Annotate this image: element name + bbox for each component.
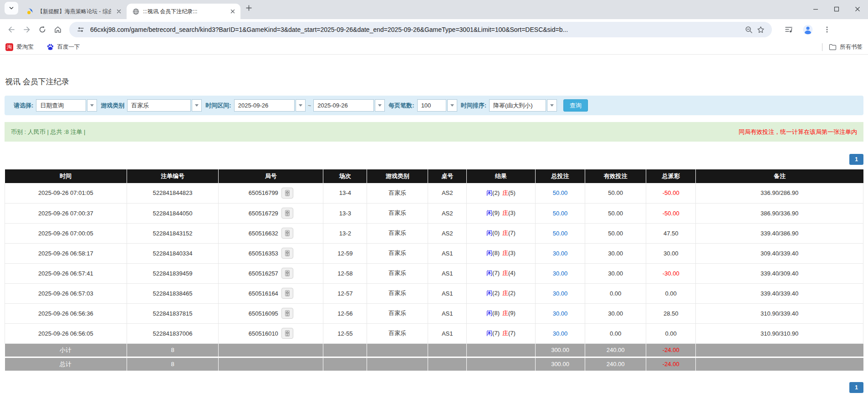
bookmark-star-icon[interactable] (755, 24, 766, 36)
cell-total-bet[interactable]: 30.00 (535, 323, 585, 343)
tab-forum[interactable]: 【新提醒】海燕策略论坛 - 综合 (21, 4, 127, 19)
page-1-button[interactable]: 1 (849, 154, 863, 165)
close-tab-icon[interactable] (229, 7, 237, 15)
cell-total-bet[interactable]: 30.00 (535, 303, 585, 323)
cell-round: 650516729 (219, 203, 323, 223)
search-button[interactable]: 查询 (563, 99, 588, 112)
tab-search-button[interactable] (5, 2, 18, 15)
reload-button[interactable] (35, 22, 50, 37)
video-replay-icon[interactable] (281, 268, 293, 279)
back-button[interactable] (4, 22, 19, 37)
cell-time: 2025-09-26 06:58:17 (5, 243, 127, 263)
cell-round: 650516095 (219, 303, 323, 323)
total-valid-bet: 240.00 (585, 357, 646, 371)
result-banker-points: (4) (508, 270, 516, 276)
all-bookmarks-button[interactable]: 所有书签 (829, 43, 863, 51)
video-replay-icon[interactable] (281, 248, 293, 259)
cell-bet-number: 522841837006 (127, 323, 219, 343)
per-page-arrow[interactable] (447, 99, 457, 112)
video-replay-icon[interactable] (281, 328, 293, 339)
close-window-button[interactable] (847, 0, 868, 18)
globe-icon (132, 8, 139, 15)
result-banker-points: (2) (508, 290, 516, 296)
round-number: 650516010 (249, 330, 278, 337)
result-player: 闲 (486, 250, 492, 256)
query-type-select[interactable]: 日期查询 (36, 99, 86, 112)
total-count: 8 (127, 357, 219, 371)
new-tab-button[interactable] (242, 2, 255, 15)
site-settings-icon[interactable] (75, 24, 87, 36)
media-controls-icon[interactable] (782, 23, 796, 36)
maximize-button[interactable] (826, 0, 847, 18)
cell-note: 310.90/310.90 (696, 323, 863, 343)
dropdown-arrow-icon (450, 104, 454, 107)
cell-bet-number: 522841843152 (127, 223, 219, 243)
home-button[interactable] (50, 22, 66, 37)
zoom-out-icon[interactable] (743, 24, 755, 36)
cell-time: 2025-09-26 06:57:41 (5, 263, 127, 283)
video-replay-icon[interactable] (281, 188, 293, 199)
bookmark-baidu[interactable]: 百度一下 (46, 43, 80, 51)
cell-total-bet[interactable]: 30.00 (535, 263, 585, 283)
sort-select[interactable]: 降幂(由大到小) (489, 99, 546, 112)
result-player-points: (7) (492, 270, 500, 276)
minimize-button[interactable] (805, 0, 826, 18)
url-text[interactable]: 66cxkj98.com/game/betrecord_search/kind3… (90, 26, 738, 33)
game-type-select[interactable]: 百家乐 (127, 99, 191, 112)
cell-empty (219, 343, 323, 357)
cell-result: 闲(0)庄(7) (467, 223, 536, 243)
cell-game-type: 百家乐 (367, 223, 428, 243)
query-type-arrow[interactable] (87, 99, 97, 112)
cell-session: 12-56 (323, 303, 367, 323)
cell-game-type: 百家乐 (367, 323, 428, 343)
cell-valid-bet: 0.00 (585, 283, 646, 303)
address-bar[interactable]: 66cxkj98.com/game/betrecord_search/kind3… (69, 22, 772, 37)
date-start-arrow[interactable] (296, 99, 306, 112)
cell-valid-bet: 50.00 (585, 223, 646, 243)
page-1-button[interactable]: 1 (849, 382, 863, 393)
result-player: 闲 (486, 290, 492, 296)
date-end-input[interactable]: 2025-09-26 (313, 99, 374, 112)
date-start-input[interactable]: 2025-09-26 (234, 99, 295, 112)
per-page-select[interactable]: 100 (417, 99, 446, 112)
cell-total-bet[interactable]: 30.00 (535, 243, 585, 263)
round-number: 650516353 (249, 250, 278, 257)
result-player: 闲 (486, 310, 492, 316)
cell-empty (696, 343, 863, 357)
tab-betrecord[interactable]: :::视讯 会员下注纪录::: (127, 4, 240, 19)
video-replay-icon[interactable] (281, 308, 293, 319)
column-header: 注单编号 (127, 169, 219, 183)
result-player: 闲 (486, 270, 492, 276)
cell-empty (428, 357, 467, 371)
cell-total-bet[interactable]: 50.00 (535, 223, 585, 243)
column-header: 游戏类别 (367, 169, 428, 183)
round-number: 650516729 (249, 210, 278, 217)
date-end-arrow[interactable] (375, 99, 385, 112)
cell-session: 13-2 (323, 223, 367, 243)
cell-total-bet[interactable]: 30.00 (535, 283, 585, 303)
menu-dots-icon[interactable] (820, 23, 834, 36)
forward-button[interactable] (19, 22, 35, 37)
bookmark-taobao[interactable]: 淘 爱淘宝 (5, 43, 34, 51)
cell-total-bet[interactable]: 50.00 (535, 203, 585, 223)
cell-note: 339.40/309.40 (696, 263, 863, 283)
cell-table-number: AS1 (428, 303, 467, 323)
video-replay-icon[interactable] (281, 228, 293, 239)
profile-avatar[interactable] (801, 23, 815, 36)
select-label: 请选择: (14, 102, 33, 110)
game-type-label: 游戏类别 (101, 102, 124, 110)
close-tab-icon[interactable] (115, 7, 123, 15)
video-replay-icon[interactable] (281, 288, 293, 299)
cell-time: 2025-09-26 07:00:37 (5, 203, 127, 223)
cell-empty (219, 357, 323, 371)
cell-game-type: 百家乐 (367, 183, 428, 203)
pagination-top: 1 (0, 154, 863, 165)
cell-empty (323, 357, 367, 371)
cell-total-bet[interactable]: 50.00 (535, 183, 585, 203)
sort-arrow[interactable] (547, 99, 557, 112)
game-type-arrow[interactable] (192, 99, 202, 112)
cell-game-type: 百家乐 (367, 263, 428, 283)
bet-records-table: 时间注单编号局号场次游戏类别桌号结果总投注有效投注总派彩备注 2025-09-2… (5, 169, 863, 371)
cell-valid-bet: 30.00 (585, 263, 646, 283)
video-replay-icon[interactable] (281, 208, 293, 219)
